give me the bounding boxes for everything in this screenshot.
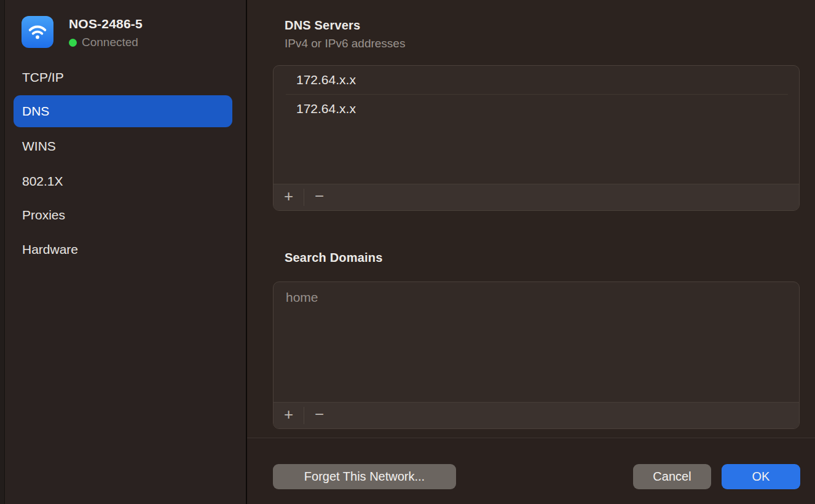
network-status-label: Connected bbox=[82, 36, 138, 49]
search-domain-row[interactable]: home bbox=[274, 282, 799, 313]
wifi-icon bbox=[22, 16, 53, 48]
add-search-domain-button[interactable]: + bbox=[274, 403, 304, 428]
search-domain-value: home bbox=[286, 290, 318, 305]
connected-status-dot bbox=[69, 39, 77, 47]
sidebar-item-dns[interactable]: DNS bbox=[14, 95, 232, 127]
sidebar-item-wins[interactable]: WINS bbox=[22, 138, 56, 155]
add-dns-server-button[interactable]: + bbox=[274, 184, 304, 210]
dns-server-value: 172.64.x.x bbox=[296, 101, 356, 116]
sidebar-item-hardware[interactable]: Hardware bbox=[22, 241, 78, 258]
cancel-button[interactable]: Cancel bbox=[633, 464, 711, 489]
remove-dns-server-button[interactable]: − bbox=[304, 184, 334, 210]
network-status: Connected bbox=[69, 36, 138, 49]
dns-servers-list-toolbar: + − bbox=[274, 184, 799, 210]
dns-servers-title: DNS Servers bbox=[285, 18, 360, 33]
sidebar-item-proxies[interactable]: Proxies bbox=[22, 207, 65, 224]
search-domains-list-toolbar: + − bbox=[274, 402, 799, 428]
dns-pane: DNS Servers IPv4 or IPv6 addresses 172.6… bbox=[247, 0, 815, 504]
forget-network-button[interactable]: Forget This Network... bbox=[273, 464, 456, 489]
sidebar-item-tcpip[interactable]: TCP/IP bbox=[22, 69, 64, 86]
remove-search-domain-button[interactable]: − bbox=[304, 403, 334, 428]
sidebar: NOS-2486-5 Connected TCP/IP DNS WINS 802… bbox=[6, 0, 246, 504]
ok-button[interactable]: OK bbox=[722, 464, 800, 489]
dns-servers-subtitle: IPv4 or IPv6 addresses bbox=[285, 37, 405, 50]
sidebar-item-8021x[interactable]: 802.1X bbox=[22, 173, 63, 190]
dns-server-value: 172.64.x.x bbox=[296, 73, 356, 87]
network-name: NOS-2486-5 bbox=[69, 17, 143, 31]
search-domains-list: home + − bbox=[273, 282, 800, 429]
dns-server-row[interactable]: 172.64.x.x bbox=[274, 95, 799, 123]
network-settings-dialog: NOS-2486-5 Connected TCP/IP DNS WINS 802… bbox=[0, 0, 815, 504]
dns-server-row[interactable]: 172.64.x.x bbox=[274, 66, 799, 94]
window-edge bbox=[0, 0, 5, 504]
dns-servers-list: 172.64.x.x 172.64.x.x + − bbox=[273, 65, 800, 211]
search-domains-title: Search Domains bbox=[285, 251, 383, 265]
wifi-glyph bbox=[25, 20, 50, 44]
